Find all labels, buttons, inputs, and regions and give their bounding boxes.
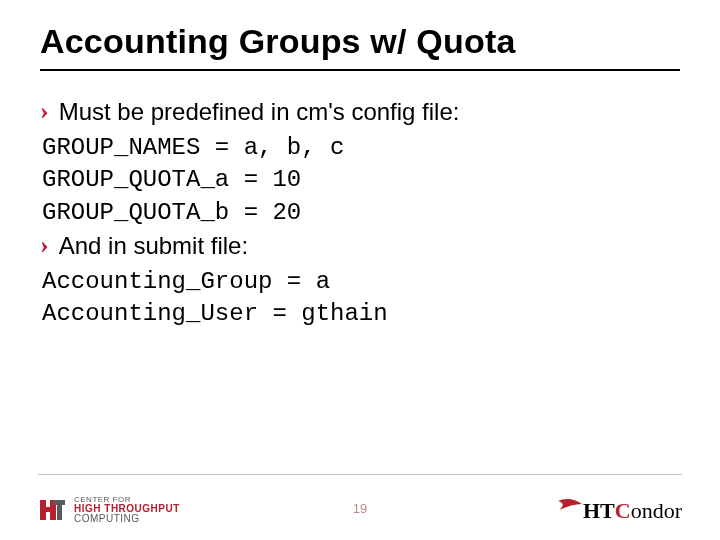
footer-divider [38, 474, 682, 475]
slide-title: Accounting Groups w/ Quota [40, 22, 680, 61]
bullet-item: › Must be predefined in cm's config file… [40, 95, 680, 130]
title-underline [40, 69, 680, 71]
htcondor-text-c: C [615, 498, 631, 524]
code-block: Accounting_Group = a Accounting_User = g… [42, 266, 680, 331]
chtc-logo-icon [38, 496, 66, 524]
htcondor-text-rest: ondor [631, 498, 682, 524]
chtc-logo: CENTER FOR HIGH THROUGHPUT COMPUTING [38, 496, 180, 524]
chtc-line3: COMPUTING [74, 514, 180, 524]
bullet-text: And in submit file: [59, 229, 248, 264]
bullet-marker-icon: › [40, 229, 49, 260]
slide-footer: CENTER FOR HIGH THROUGHPUT COMPUTING 19 … [0, 474, 720, 530]
svg-rect-2 [40, 507, 56, 512]
svg-rect-4 [57, 500, 62, 520]
bullet-text: Must be predefined in cm's config file: [59, 95, 460, 130]
bullet-marker-icon: › [40, 95, 49, 126]
page-number: 19 [353, 501, 367, 516]
htcondor-wing-icon [557, 499, 583, 513]
code-block: GROUP_NAMES = a, b, c GROUP_QUOTA_a = 10… [42, 132, 680, 229]
htcondor-logo: HT C ondor [557, 498, 682, 524]
bullet-item: › And in submit file: [40, 229, 680, 264]
chtc-logo-text: CENTER FOR HIGH THROUGHPUT COMPUTING [74, 496, 180, 524]
slide-body: › Must be predefined in cm's config file… [40, 95, 680, 331]
htcondor-text-ht: HT [583, 498, 615, 524]
